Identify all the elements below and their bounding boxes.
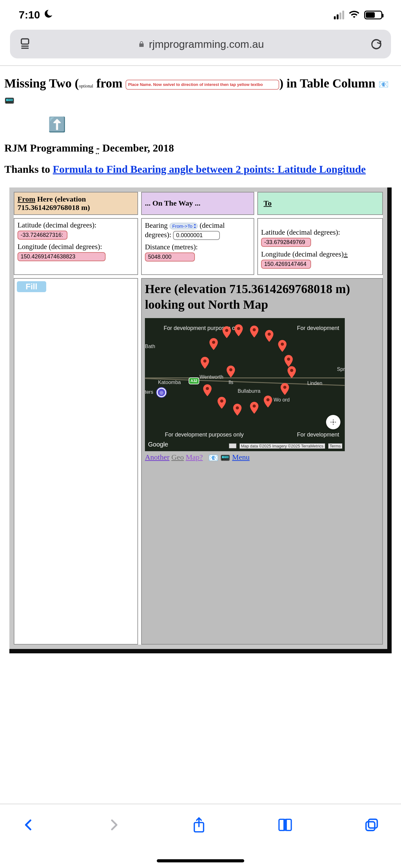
email-icon[interactable]: 📧: [378, 80, 389, 90]
map-marker-icon[interactable]: [250, 402, 259, 414]
pager-icon[interactable]: 📟: [220, 453, 230, 463]
svg-point-9: [287, 358, 290, 361]
header-from-underline: From: [18, 195, 35, 203]
scroll-up-button[interactable]: ⬆️: [48, 116, 66, 133]
from-lon-input[interactable]: 150.42691474638823: [18, 252, 106, 261]
below-map-links: Another Geo Map? 📧 📟 Menu: [145, 453, 379, 463]
to-lat-input[interactable]: -33.6792849769: [261, 238, 311, 247]
bearing-formula-link[interactable]: Formula to Find Bearing angle between 2 …: [53, 163, 366, 175]
title-text: from: [93, 76, 126, 90]
from-cell: Latitude (decimal degrees): -33.72468273…: [14, 218, 138, 275]
fill-button[interactable]: Fill: [17, 281, 46, 292]
back-button[interactable]: [22, 818, 36, 833]
place-label: Linden: [307, 380, 322, 386]
recenter-button[interactable]: [326, 415, 340, 429]
map-marker-icon[interactable]: [218, 397, 226, 409]
menu-link[interactable]: Menu: [232, 453, 249, 461]
place-name-input[interactable]: Place Name. Now swivel to direction of i…: [126, 80, 279, 90]
svg-point-16: [236, 406, 239, 409]
tabs-button[interactable]: [364, 817, 379, 834]
header-to: To: [257, 192, 383, 215]
svg-rect-23: [369, 819, 377, 828]
share-button[interactable]: [192, 817, 206, 834]
from-lat-input[interactable]: -33.7246827316:: [18, 230, 67, 240]
place-label: Wentworth: [200, 374, 223, 380]
svg-point-3: [333, 422, 334, 423]
home-indicator: [157, 859, 244, 862]
map-marker-icon[interactable]: [264, 396, 272, 407]
fill-cell: Fill: [14, 278, 138, 645]
distance-input[interactable]: 5048.000: [145, 252, 195, 261]
svg-point-6: [268, 333, 271, 336]
to-cell: Latitude (decimal degrees): -33.67928497…: [257, 218, 383, 275]
status-time: 7:10: [19, 9, 40, 21]
to-lon-input[interactable]: 150.4269147464: [261, 260, 311, 269]
svg-rect-0: [21, 39, 28, 44]
email-icon[interactable]: 📧: [208, 453, 218, 463]
svg-point-15: [220, 399, 223, 402]
place-label: Spr: [337, 367, 345, 372]
place-label: lls: [229, 380, 233, 385]
map-marker-icon[interactable]: [203, 384, 212, 396]
safari-address-bar[interactable]: rjmprogramming.com.au: [10, 30, 391, 58]
data-frame: From Here (elevation 715.3614269768018 m…: [9, 187, 392, 653]
way-cell: Bearing From->To (decimal degrees): 0.00…: [141, 218, 254, 275]
byline: RJM Programming - December, 2018: [4, 142, 397, 154]
map-marker-icon[interactable]: [209, 338, 218, 350]
lock-icon: [138, 38, 145, 50]
map-marker-icon[interactable]: [280, 383, 289, 395]
highway-shield: A32: [189, 377, 199, 384]
geo-link[interactable]: Geo: [171, 453, 184, 461]
to-lat-label: Latitude (decimal degrees):: [261, 228, 340, 236]
distance-label: Distance (metres):: [145, 243, 250, 251]
map-marker-icon[interactable]: [234, 324, 243, 336]
place-label: ters: [145, 389, 153, 395]
map-terms-link[interactable]: Terms: [328, 443, 342, 449]
from-lon-label: Longitude (decimal degrees):: [18, 243, 134, 251]
ios-status-bar: 7:10: [0, 0, 401, 24]
header-on-the-way: ... On The Way ...: [141, 192, 254, 215]
page-title: Missing Two (optional from Place Name. N…: [4, 75, 397, 108]
to-lon-label: Longitude (decimal degrees): [261, 250, 343, 258]
svg-point-5: [253, 328, 256, 331]
do-not-disturb-icon: [44, 9, 53, 21]
map-marker-icon[interactable]: [233, 404, 242, 415]
map-marker-icon[interactable]: [201, 357, 209, 369]
thanks-line: Thanks to Formula to Find Bearing angle …: [4, 162, 397, 177]
bearing-input[interactable]: 0.0000001: [173, 231, 220, 240]
bearing-label: Bearing: [145, 221, 170, 229]
reader-mode-icon[interactable]: [19, 38, 31, 50]
forward-button: [107, 818, 121, 833]
dev-watermark: For development purposes only: [165, 432, 244, 438]
pager-icon[interactable]: 📟: [4, 96, 14, 106]
map-marker-icon[interactable]: [265, 330, 274, 342]
map-marker-icon[interactable]: [284, 355, 293, 367]
svg-point-13: [203, 359, 206, 363]
map-title: Here (elevation 715.3614269768018 m) loo…: [145, 281, 379, 312]
byline-date: December, 2018: [100, 142, 174, 154]
bearing-direction-select[interactable]: From->To: [170, 223, 198, 229]
map-marker-icon[interactable]: [287, 366, 296, 378]
map-marker-icon[interactable]: [250, 326, 259, 337]
map-marker-icon[interactable]: [226, 366, 235, 377]
battery-icon: [364, 11, 382, 19]
map-marker-icon[interactable]: [278, 340, 287, 352]
map-panel: Here (elevation 715.3614269768018 m) loo…: [141, 278, 383, 645]
header-from: From Here (elevation 715.3614269768018 m…: [14, 192, 138, 215]
map-marker-icon[interactable]: [222, 326, 231, 338]
dev-watermark: For development: [297, 432, 339, 438]
google-map[interactable]: For development purposes only For develo…: [145, 318, 345, 451]
from-lat-label: Latitude (decimal degrees):: [18, 221, 134, 229]
another-link[interactable]: Another: [145, 453, 170, 461]
bookmarks-button[interactable]: [277, 818, 293, 833]
svg-point-11: [283, 385, 287, 389]
svg-point-14: [206, 387, 209, 390]
map-link[interactable]: Map?: [186, 453, 203, 461]
svg-point-19: [229, 368, 232, 371]
place-label: Wo ord: [274, 397, 290, 403]
reload-icon[interactable]: [370, 38, 382, 50]
svg-point-7: [225, 329, 228, 332]
svg-point-17: [253, 404, 256, 407]
dev-watermark: For development: [297, 325, 339, 332]
wifi-icon: [348, 9, 360, 21]
